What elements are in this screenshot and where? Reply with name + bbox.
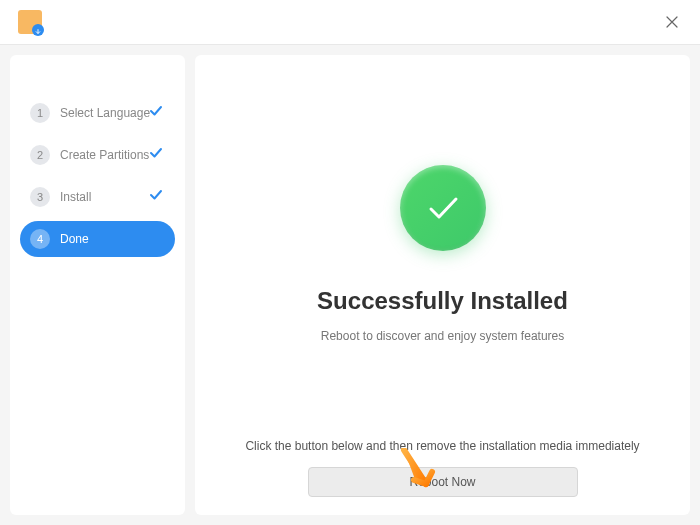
step-label: Install: [60, 190, 91, 204]
reboot-button[interactable]: Reboot Now: [308, 467, 578, 497]
sidebar-step-create-partitions: 2 Create Partitions: [20, 137, 175, 173]
step-number: 1: [30, 103, 50, 123]
header: [0, 0, 700, 45]
sidebar-step-install: 3 Install: [20, 179, 175, 215]
check-icon: [149, 146, 163, 164]
close-button[interactable]: [662, 12, 682, 32]
content-panel: Successfully Installed Reboot to discove…: [195, 55, 690, 515]
success-title: Successfully Installed: [317, 287, 568, 315]
step-label: Create Partitions: [60, 148, 149, 162]
sidebar-step-select-language: 1 Select Language: [20, 95, 175, 131]
step-number: 3: [30, 187, 50, 207]
sidebar: 1 Select Language 2 Create Partitions 3 …: [10, 55, 185, 515]
success-icon: [400, 165, 486, 251]
close-icon: [666, 16, 678, 28]
step-label: Select Language: [60, 106, 150, 120]
step-number: 4: [30, 229, 50, 249]
check-icon: [149, 104, 163, 122]
sidebar-step-done: 4 Done: [20, 221, 175, 257]
bottom-area: Click the button below and then remove t…: [195, 439, 690, 497]
reboot-hint: Click the button below and then remove t…: [245, 439, 639, 453]
success-subtitle: Reboot to discover and enjoy system feat…: [321, 329, 564, 343]
step-label: Done: [60, 232, 89, 246]
installer-logo-icon: [18, 10, 42, 34]
step-number: 2: [30, 145, 50, 165]
main: 1 Select Language 2 Create Partitions 3 …: [0, 45, 700, 525]
check-icon: [149, 188, 163, 206]
